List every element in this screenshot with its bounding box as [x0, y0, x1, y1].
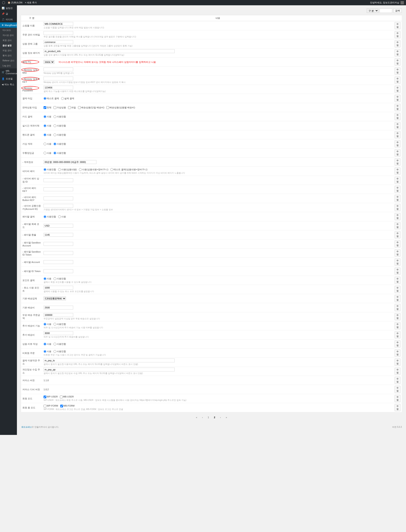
- edit-button[interactable]: 수정: [395, 404, 400, 411]
- radio-input[interactable]: [44, 277, 46, 280]
- input-5[interactable]: [44, 67, 73, 71]
- input-29[interactable]: [44, 286, 73, 290]
- sidebar-미디어[interactable]: 🎵 미디어: [0, 17, 17, 22]
- option-사용[interactable]: 사용: [44, 143, 51, 145]
- input-23[interactable]: [44, 233, 73, 237]
- option-사용안함[interactable]: 사용안함: [53, 133, 66, 136]
- edit-button[interactable]: 수정: [395, 277, 400, 284]
- submenu-Log 관리[interactable]: Log 관리: [0, 63, 17, 68]
- option-실제 결제[interactable]: 실제 결제: [61, 97, 74, 100]
- wp-logo[interactable]: [2, 1, 5, 4]
- input-31[interactable]: [44, 306, 73, 309]
- edit-button[interactable]: 수정: [395, 331, 400, 338]
- checkbox-input[interactable]: [53, 106, 56, 109]
- option-사용[interactable]: 사용: [44, 350, 51, 353]
- submenu-통계 관리[interactable]: 통계 관리: [0, 53, 17, 58]
- select-30[interactable]: CJ대한통운택배: [44, 297, 66, 300]
- radio-input[interactable]: [61, 97, 64, 100]
- option-MB-FORM[interactable]: MB-FORM: [60, 404, 75, 407]
- radio-input[interactable]: [58, 168, 61, 171]
- checkbox-input[interactable]: [44, 396, 46, 398]
- input-17[interactable]: [44, 178, 73, 182]
- input-22[interactable]: [44, 224, 73, 228]
- page-prev[interactable]: ‹: [201, 415, 205, 419]
- input-3[interactable]: [44, 49, 175, 53]
- option-사용안함[interactable]: 사용안함: [53, 277, 66, 280]
- radio-input[interactable]: [53, 323, 56, 326]
- radio-input[interactable]: [53, 124, 56, 127]
- option-사용안함[interactable]: 사용안함: [53, 124, 66, 127]
- edit-button[interactable]: 수정: [395, 222, 400, 229]
- edit-button[interactable]: 수정: [395, 350, 400, 357]
- checkbox-input[interactable]: [68, 106, 71, 109]
- edit-button[interactable]: 수정: [395, 304, 400, 311]
- option-배송상품(상품별 배송비)[interactable]: 배송상품(상품별 배송비): [106, 106, 135, 109]
- submenu-옵션 설정[interactable]: 옵션 설정: [0, 43, 17, 48]
- submenu-대시보드[interactable]: 대시보드: [0, 28, 17, 33]
- radio-input[interactable]: [53, 343, 56, 345]
- edit-button[interactable]: 수정: [395, 240, 400, 248]
- edit-button[interactable]: 수정: [395, 22, 400, 29]
- option-파일[interactable]: 파일: [68, 106, 76, 109]
- input-34[interactable]: [44, 331, 73, 335]
- checkbox-input[interactable]: [60, 396, 63, 398]
- input-27[interactable]: [44, 269, 73, 273]
- sidebar-프로필[interactable]: 👤 프로필: [0, 76, 17, 82]
- checkbox-input[interactable]: [44, 106, 46, 109]
- submenu-Referer 관리[interactable]: Referer 관리: [0, 58, 17, 63]
- option-사용[interactable]: 사용: [44, 115, 51, 118]
- page-last[interactable]: »: [224, 415, 229, 419]
- edit-button[interactable]: 수정: [395, 104, 400, 111]
- edit-button[interactable]: 수정: [395, 58, 400, 66]
- radio-input[interactable]: [44, 97, 46, 100]
- page-next[interactable]: ›: [218, 415, 223, 419]
- edit-button[interactable]: 수정: [395, 249, 400, 257]
- input-26[interactable]: [44, 260, 73, 264]
- radio-input[interactable]: [44, 350, 46, 353]
- edit-button[interactable]: 수정: [395, 122, 400, 129]
- edit-button[interactable]: 수정: [395, 140, 400, 147]
- option-사용[interactable]: 사용: [44, 323, 51, 325]
- radio-input[interactable]: [44, 215, 46, 218]
- radio-input[interactable]: [53, 152, 56, 154]
- option-사용안함[interactable]: 사용안함: [53, 152, 66, 154]
- option-배송상품(단일 배송비)[interactable]: 배송상품(단일 배송비): [78, 106, 104, 109]
- page-2[interactable]: 2: [212, 415, 217, 419]
- option-사용안함[interactable]: 사용안함: [53, 343, 66, 345]
- page-first[interactable]: «: [194, 415, 199, 419]
- page-1[interactable]: 1: [206, 415, 211, 419]
- radio-input[interactable]: [53, 115, 56, 118]
- edit-button[interactable]: 수정: [395, 386, 400, 393]
- radio-input[interactable]: [53, 143, 56, 145]
- edit-button[interactable]: 수정: [395, 258, 400, 266]
- edit-button[interactable]: 수정: [395, 340, 400, 348]
- radio-input[interactable]: [44, 143, 46, 145]
- option-가상상품[interactable]: 가상상품: [53, 106, 66, 109]
- checkbox-input[interactable]: [44, 405, 46, 408]
- select-4[interactable]: inicis: [44, 60, 54, 64]
- sidebar-MB-Commerce[interactable]: 🛒 MB-Commerce: [0, 68, 17, 76]
- edit-button[interactable]: 수정: [395, 322, 400, 329]
- edit-button[interactable]: 수정: [395, 295, 400, 302]
- option-사용안함[interactable]: 사용안함: [44, 215, 56, 218]
- edit-button[interactable]: 수정: [395, 186, 400, 193]
- edit-button[interactable]: 수정: [395, 195, 400, 202]
- checkbox-input[interactable]: [78, 106, 81, 109]
- option-사용안함[interactable]: 사용안함: [53, 115, 66, 118]
- radio-input[interactable]: [53, 350, 56, 353]
- input-18[interactable]: [44, 187, 73, 191]
- sidebar-알림판[interactable]: 📊 알림판: [0, 5, 17, 11]
- edit-button[interactable]: 수정: [395, 86, 400, 93]
- sidebar-MangBoard[interactable]: ⊕ MangBoard: [0, 22, 17, 28]
- edit-button[interactable]: 수정: [395, 67, 400, 75]
- option-사용안함[interactable]: 사용안함: [53, 323, 66, 325]
- submenu-회원 관리[interactable]: 회원 관리: [0, 38, 17, 43]
- input-19[interactable]: [44, 197, 73, 200]
- checkbox-input[interactable]: [106, 106, 109, 109]
- search-input[interactable]: [380, 8, 392, 13]
- edit-button[interactable]: 수정: [395, 131, 400, 138]
- wp-link[interactable]: 워드프레스: [21, 426, 32, 428]
- option-사용[interactable]: 사용: [44, 152, 51, 154]
- edit-button[interactable]: 수정: [395, 268, 400, 275]
- option-사용[interactable]: 사용: [44, 124, 51, 127]
